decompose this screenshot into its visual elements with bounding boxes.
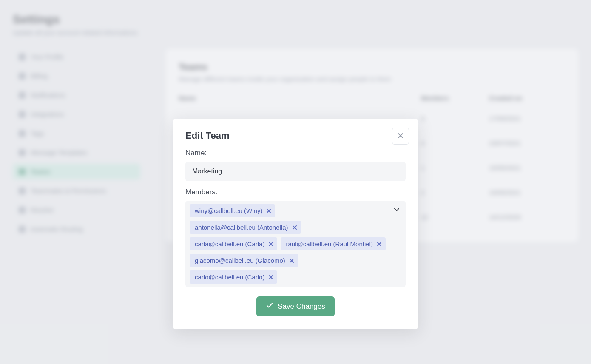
member-chip-label: giacomo@callbell.eu (Giacomo): [195, 257, 285, 264]
member-chip: giacomo@callbell.eu (Giacomo): [190, 254, 298, 267]
close-icon: [398, 133, 403, 140]
check-icon: [266, 301, 273, 311]
edit-team-modal: Edit Team Name: Members: winy@callbell.e…: [173, 119, 418, 329]
member-chip: winy@callbell.eu (Winy): [190, 204, 275, 217]
member-chip: carlo@callbell.eu (Carlo): [190, 270, 277, 284]
remove-member-icon[interactable]: [377, 242, 381, 246]
remove-member-icon[interactable]: [269, 242, 273, 246]
modal-title: Edit Team: [185, 130, 406, 141]
member-chip-label: winy@callbell.eu (Winy): [195, 207, 262, 214]
member-chip: carla@callbell.eu (Carla): [190, 237, 277, 250]
name-label: Name:: [185, 149, 406, 157]
member-chip-label: carla@callbell.eu (Carla): [195, 240, 264, 247]
modal-overlay[interactable]: Edit Team Name: Members: winy@callbell.e…: [0, 0, 591, 364]
chevron-down-icon: [394, 207, 400, 214]
team-name-input[interactable]: [185, 162, 406, 181]
save-changes-button[interactable]: Save Changes: [256, 296, 335, 316]
close-button[interactable]: [392, 128, 409, 145]
save-button-label: Save Changes: [278, 302, 325, 311]
remove-member-icon[interactable]: [269, 275, 273, 279]
member-chip-label: antonella@callbell.eu (Antonella): [195, 224, 288, 231]
member-chip: antonella@callbell.eu (Antonella): [190, 221, 301, 234]
member-chip-label: carlo@callbell.eu (Carlo): [195, 273, 264, 281]
members-label: Members:: [185, 188, 406, 196]
remove-member-icon[interactable]: [267, 209, 271, 213]
members-multiselect[interactable]: winy@callbell.eu (Winy)antonella@callbel…: [185, 201, 406, 287]
remove-member-icon[interactable]: [293, 225, 297, 230]
remove-member-icon[interactable]: [290, 259, 294, 263]
member-chip-label: raul@callbell.eu (Raul Montiel): [286, 240, 372, 247]
member-chip: raul@callbell.eu (Raul Montiel): [281, 237, 385, 250]
